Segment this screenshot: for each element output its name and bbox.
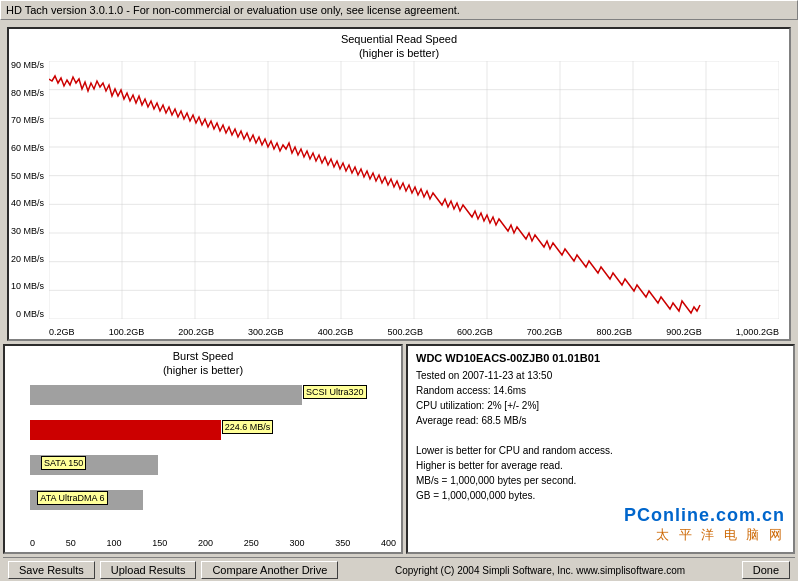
scsi-label: SCSI Ultra320 [303,385,367,399]
sequential-chart-area [49,61,779,319]
done-button[interactable]: Done [742,561,790,579]
compare-drive-button[interactable]: Compare Another Drive [201,561,338,579]
save-results-button[interactable]: Save Results [8,561,95,579]
toolbar: Save Results Upload Results Compare Anot… [3,557,795,581]
info-details: Tested on 2007-11-23 at 13:50 Random acc… [416,368,785,503]
drive-title: WDC WD10EACS-00ZJB0 01.01B01 [416,352,785,364]
ata-label: ATA UltraDMA 6 [37,491,107,505]
burst-x-axis: 0 50 100 150 200 250 300 350 400 [30,538,396,548]
title-bar: HD Tach version 3.0.1.0 - For non-commer… [0,0,798,20]
current-drive-label: 224.6 MB/s [222,420,274,434]
burst-chart-title: Burst Speed (higher is better) [5,346,401,378]
burst-chart: Burst Speed (higher is better) SCSI Ultr… [3,344,403,554]
upload-results-button[interactable]: Upload Results [100,561,197,579]
info-panel: WDC WD10EACS-00ZJB0 01.01B01 Tested on 2… [406,344,795,554]
title-text: HD Tach version 3.0.1.0 - For non-commer… [6,4,460,16]
sata-label: SATA 150 [41,456,86,470]
y-axis: 0 MB/s 10 MB/s 20 MB/s 30 MB/s 40 MB/s 5… [9,61,47,319]
copyright-text: Copyright (C) 2004 Simpli Software, Inc.… [343,565,736,576]
x-axis: 0.2GB 100.2GB 200.2GB 300.2GB 400.2GB 50… [49,327,779,337]
seq-chart-title: Sequential Read Speed (higher is better) [9,29,789,61]
pconline-logo: PConline.com.cn 太 平 洋 电 脑 网 [624,505,785,544]
